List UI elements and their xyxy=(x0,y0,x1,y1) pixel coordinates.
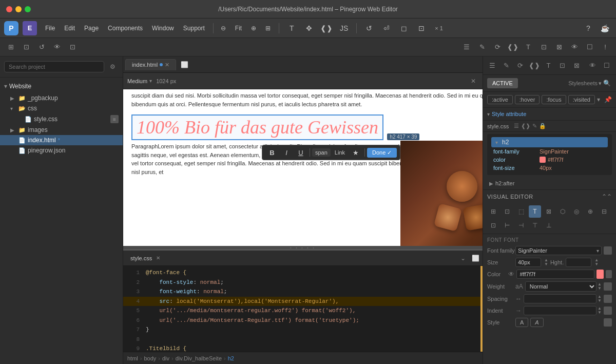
color-preview-swatch[interactable] xyxy=(596,270,604,279)
hand-tool-btn[interactable]: ✥ xyxy=(302,21,316,35)
indent-down-btn[interactable]: ▼ xyxy=(598,311,602,315)
indent-action-btn[interactable] xyxy=(604,306,612,315)
sidebar-item-pinegrowjson[interactable]: ▶ 📄 pinegrow.json xyxy=(0,145,123,156)
panel-visibility-btn[interactable]: 👁 xyxy=(587,59,599,72)
spacing-input[interactable] xyxy=(524,294,596,303)
editor-tab-indexhtml[interactable]: index.html ✕ xyxy=(125,59,176,70)
h2-element[interactable]: 100% Bio für das gute Gewissen xyxy=(131,114,383,140)
line-height-down-btn[interactable]: ▼ xyxy=(594,262,599,266)
panel-icon-4[interactable]: ❰❱ xyxy=(528,59,540,72)
ve-btn-3[interactable]: ⬚ xyxy=(515,205,527,218)
panel-btn-7[interactable]: ⊠ xyxy=(552,41,566,54)
nav-btn-2[interactable]: ⊡ xyxy=(20,41,33,54)
css-search-icon[interactable]: 🔍 xyxy=(602,78,612,88)
weight-down-btn[interactable]: ▼ xyxy=(598,286,602,291)
preview-btn[interactable]: 👁 xyxy=(50,41,64,54)
stylesheets-btn[interactable]: Stylesheets ▾ xyxy=(568,80,602,87)
zoom-plus-btn[interactable]: ⊕ xyxy=(248,23,259,33)
coffee-btn[interactable]: ☕ xyxy=(598,21,612,35)
font-weight-select[interactable]: Normal Bold 100 xyxy=(525,281,596,292)
code-tab-stylecss[interactable]: style.css ✕ xyxy=(125,253,165,263)
maximize-panel-btn[interactable]: ⬜ xyxy=(178,59,190,71)
code-view-btn[interactable]: ❰❱ xyxy=(319,21,334,35)
font-family-action-btn[interactable] xyxy=(604,246,612,255)
panel-btn-4[interactable]: ❰❱ xyxy=(506,41,519,54)
ve-btn-6[interactable]: ◎ xyxy=(570,205,583,218)
ve-btn-8[interactable]: ⊟ xyxy=(598,205,610,218)
text-tool-btn[interactable]: T xyxy=(284,21,299,35)
search-input[interactable] xyxy=(4,61,104,72)
viewport-selector[interactable]: Medium ▾ xyxy=(127,78,152,84)
undo-btn[interactable]: ↺ xyxy=(35,41,48,54)
panel-btn-2[interactable]: ✎ xyxy=(475,41,489,54)
italic-btn[interactable]: I xyxy=(280,147,293,158)
panel-btn-10[interactable]: ! xyxy=(599,41,612,54)
bold-btn[interactable]: B xyxy=(265,147,279,158)
ve-btn-10[interactable]: ⊢ xyxy=(501,219,513,232)
canvas-close-btn[interactable]: ✕ xyxy=(468,76,478,86)
code-expand-icon[interactable]: ⌄ xyxy=(458,253,468,263)
maximize-button[interactable] xyxy=(25,6,31,12)
spacing-action-btn[interactable] xyxy=(604,295,612,303)
menu-support[interactable]: Support xyxy=(179,23,209,34)
css-lock-icon[interactable]: 🔒 xyxy=(539,123,546,129)
code-editor[interactable]: 1 @font-face { 2 font-style: normal; 3 f… xyxy=(123,266,483,352)
refresh-btn[interactable]: ↺ xyxy=(362,21,376,35)
rule-after-toggle[interactable]: ▶ h2:after xyxy=(487,179,612,187)
panel-btn-6[interactable]: ⊡ xyxy=(537,41,550,54)
menu-components[interactable]: Components xyxy=(104,23,147,34)
color-input[interactable] xyxy=(516,270,594,279)
panel-icon-1[interactable]: ☰ xyxy=(486,59,498,72)
font-style-normal-btn[interactable]: A xyxy=(515,318,528,327)
sidebar-root-website[interactable]: ▾ Website xyxy=(0,80,123,93)
tab-close-icon[interactable]: ✕ xyxy=(165,62,169,68)
sidebar-item-css[interactable]: ▾ 📂 css xyxy=(0,103,123,113)
css-code-icon[interactable]: ❰❱ xyxy=(521,123,530,129)
ve-btn-1[interactable]: ⊞ xyxy=(487,205,499,218)
visual-editor-toggle[interactable]: VISUAL EDITOR ⌃⌃ xyxy=(483,190,616,203)
active-tab-btn[interactable]: ACTIVE xyxy=(487,78,518,88)
canvas-scroll[interactable]: suscipit diam dui sed nisi. Morbi sollic… xyxy=(123,89,483,246)
style-action-btn[interactable] xyxy=(604,318,612,327)
sidebar-settings-icon[interactable]: ⚙ xyxy=(106,61,119,73)
breadcrumb-div[interactable]: div xyxy=(162,355,169,361)
code-tab-close[interactable]: ✕ xyxy=(156,255,160,261)
font-size-down-btn[interactable]: ▼ xyxy=(544,262,548,266)
menu-page[interactable]: Page xyxy=(80,23,103,34)
span-btn[interactable]: span xyxy=(312,148,331,157)
panel-icon-2[interactable]: ✎ xyxy=(500,59,512,72)
color-action-btn[interactable] xyxy=(606,270,612,278)
breadcrumb-div-halbeseite[interactable]: div.Div_halbeSeite xyxy=(176,355,222,361)
nav-btn-1[interactable]: ⊞ xyxy=(4,41,17,54)
ve-btn-7[interactable]: ⊕ xyxy=(584,205,596,218)
breadcrumb-html[interactable]: html xyxy=(127,355,138,361)
spacing-down-btn[interactable]: ▼ xyxy=(598,299,602,303)
ve-btn-4[interactable]: ⊠ xyxy=(543,205,555,218)
breadcrumb-h2[interactable]: h2 xyxy=(228,355,234,361)
js-btn[interactable]: JS xyxy=(337,21,351,35)
panel-btn-9[interactable]: ☐ xyxy=(583,41,596,54)
panel-btn-3[interactable]: ⟳ xyxy=(491,41,504,54)
panel-icon-5[interactable]: T xyxy=(543,59,554,72)
zoom-minus-btn[interactable]: ⊖ xyxy=(218,23,229,33)
pseudo-active-btn[interactable]: :active xyxy=(487,95,513,104)
font-style-italic-btn[interactable]: A xyxy=(530,318,543,327)
device-btn[interactable]: ⏎ xyxy=(379,21,394,35)
screen-btn[interactable]: ◻ xyxy=(397,21,411,35)
link-btn[interactable]: Link xyxy=(332,148,348,157)
panel-btn-8[interactable]: 👁 xyxy=(568,41,581,54)
sidebar-item-pgbackup[interactable]: ▶ 📁 _pgbackup xyxy=(0,93,123,103)
indent-input[interactable] xyxy=(524,306,596,315)
star-btn[interactable]: ★ xyxy=(349,147,362,158)
menu-file[interactable]: File xyxy=(41,23,59,34)
panel-btn-5[interactable]: T xyxy=(522,41,535,54)
ve-btn-12[interactable]: ⊤ xyxy=(529,219,541,232)
sidebar-item-stylecss[interactable]: ▶ 📄 style.css ≡ xyxy=(0,113,123,125)
weight-action-btn[interactable] xyxy=(604,282,612,291)
ve-text-btn[interactable]: T xyxy=(529,205,541,218)
style-attr-toggle[interactable]: ▾ Style attribute xyxy=(487,111,612,117)
css-list-icon[interactable]: ☰ xyxy=(514,123,519,129)
menu-window[interactable]: Window xyxy=(148,23,178,34)
panel-lock-btn[interactable]: ☐ xyxy=(601,59,613,72)
panel-icon-3[interactable]: ⟳ xyxy=(514,59,526,72)
